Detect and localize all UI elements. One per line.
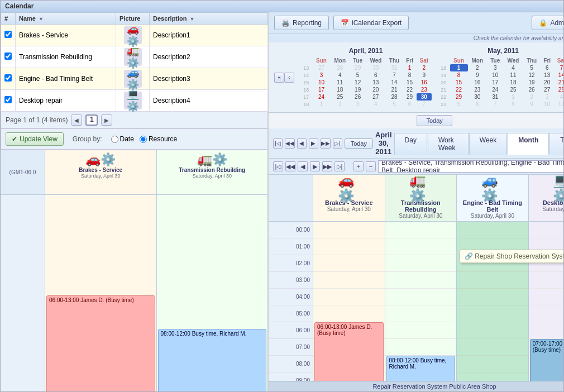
tab-month[interactable]: Month: [508, 133, 549, 155]
calendar-day[interactable]: 27: [366, 93, 385, 101]
groupby-resource-radio[interactable]: [140, 136, 147, 143]
prev-nav[interactable]: ‹: [284, 73, 294, 83]
calendar-day[interactable]: 10: [541, 101, 554, 108]
calendar-day[interactable]: 4: [554, 93, 563, 101]
calendar-day[interactable]: 30: [366, 64, 385, 71]
next-page-btn[interactable]: ▶: [101, 114, 112, 126]
admin-login-btn[interactable]: 🔒 Admin Login: [532, 16, 563, 30]
calendar-day[interactable]: 4: [331, 71, 350, 79]
row-checkbox-cell[interactable]: [1, 90, 16, 112]
calendar-day[interactable]: 7: [487, 101, 503, 108]
calendar-day[interactable]: 22: [403, 86, 417, 93]
row-checkbox-cell[interactable]: [1, 68, 16, 90]
cal-prev-btn[interactable]: ◀: [297, 138, 307, 149]
cal-skip-left-btn[interactable]: |◁: [273, 138, 283, 149]
calendar-day[interactable]: 26: [350, 93, 366, 101]
prev-prev-nav[interactable]: «: [274, 73, 284, 83]
calendar-day[interactable]: 5: [350, 71, 366, 79]
calendar-day[interactable]: 31: [487, 93, 503, 101]
calendar-day[interactable]: 12: [523, 71, 540, 79]
calendar-day[interactable]: 6: [468, 101, 487, 108]
calendar-day[interactable]: 11: [503, 71, 523, 79]
schedule-cell[interactable]: [313, 222, 385, 238]
calendar-day[interactable]: 18: [331, 86, 350, 93]
schedule-cell[interactable]: [313, 255, 385, 272]
today-btn[interactable]: Today: [417, 115, 452, 126]
zoom-out-btn[interactable]: −: [366, 161, 376, 171]
schedule-cell[interactable]: [385, 255, 457, 272]
calendar-day[interactable]: 23: [417, 86, 432, 93]
james-event[interactable]: 06:00-13:00 James D. (Busy time): [46, 295, 155, 391]
calendar-day[interactable]: 2: [523, 93, 540, 101]
schedule-cell[interactable]: [313, 272, 385, 289]
calendar-day[interactable]: 6: [541, 64, 554, 71]
calendar-day[interactable]: 11: [554, 101, 563, 108]
schedule-cell[interactable]: [385, 305, 457, 322]
zoom-prev-btn[interactable]: ◀◀: [285, 161, 295, 171]
schedule-cell[interactable]: [529, 222, 563, 238]
calendar-day[interactable]: 24: [487, 86, 503, 93]
calendar-day[interactable]: 22: [450, 86, 468, 93]
cal-skip-right-btn[interactable]: ▷|: [333, 138, 342, 149]
calendar-day[interactable]: 19: [523, 79, 540, 86]
calendar-day[interactable]: 12: [350, 79, 366, 86]
calendar-day[interactable]: 25: [503, 86, 523, 93]
calendar-day[interactable]: 1: [312, 101, 330, 108]
update-view-btn[interactable]: ✔ Update View: [6, 132, 64, 146]
calendar-day[interactable]: 2: [331, 101, 350, 108]
groupby-resource-option[interactable]: Resource: [140, 135, 177, 143]
resource-selector[interactable]: Brakes - Service, Transmission Rebuildin…: [378, 160, 563, 173]
row-checkbox-cell[interactable]: [1, 46, 16, 68]
calendar-day[interactable]: 28: [554, 86, 563, 93]
calendar-day[interactable]: 7: [385, 71, 403, 79]
schedule-cell[interactable]: [529, 322, 563, 339]
zoom-fwd-btn[interactable]: ▶: [310, 161, 320, 171]
tab-day[interactable]: Day: [394, 133, 427, 155]
prev-page-btn[interactable]: ◀: [71, 114, 82, 126]
james-event[interactable]: 06:00-13:00 James D. (Busy time): [314, 322, 384, 381]
tab-timeline[interactable]: Timeline: [549, 133, 563, 155]
calendar-day[interactable]: 15: [450, 79, 468, 86]
calendar-day[interactable]: 8: [403, 71, 417, 79]
zoom-skip-right-btn[interactable]: ▷|: [334, 161, 345, 171]
calendar-day[interactable]: 5: [385, 101, 403, 108]
calendar-day[interactable]: 26: [523, 86, 540, 93]
calendar-day[interactable]: 30: [468, 93, 487, 101]
icalendar-btn[interactable]: 📅 iCalendar Export: [333, 16, 409, 30]
calendar-day[interactable]: 9: [417, 71, 432, 79]
schedule-cell[interactable]: [529, 289, 563, 305]
calendar-day[interactable]: 28: [331, 64, 350, 71]
calendar-day[interactable]: 7: [554, 64, 563, 71]
calendar-day[interactable]: 8: [503, 101, 523, 108]
schedule-cell[interactable]: [385, 339, 457, 356]
schedule-cell[interactable]: [385, 289, 457, 305]
calendar-day[interactable]: 20: [541, 79, 554, 86]
calendar-day[interactable]: 2: [417, 64, 432, 71]
row-checkbox[interactable]: [4, 96, 12, 103]
schedule-cell[interactable]: [385, 272, 457, 289]
calendar-day[interactable]: 29: [403, 93, 417, 101]
calendar-day[interactable]: 1: [450, 64, 468, 71]
prev-nav-btn[interactable]: « ‹: [274, 47, 294, 108]
calendar-day[interactable]: 13: [366, 79, 385, 86]
calendar-day[interactable]: 5: [523, 64, 540, 71]
zoom-back-btn[interactable]: ◀: [298, 161, 308, 171]
calendar-day[interactable]: 17: [312, 86, 330, 93]
calendar-day[interactable]: 9: [468, 71, 487, 79]
calendar-day[interactable]: 27: [541, 86, 554, 93]
calendar-day[interactable]: 16: [417, 79, 432, 86]
reporting-btn[interactable]: 🖨️ Reporting: [274, 16, 329, 30]
calendar-day[interactable]: 20: [366, 86, 385, 93]
calendar-day[interactable]: 17: [487, 79, 503, 86]
row-checkbox[interactable]: [4, 74, 12, 82]
schedule-cell[interactable]: [385, 238, 457, 255]
schedule-cell[interactable]: [385, 222, 457, 238]
calendar-day[interactable]: 10: [487, 71, 503, 79]
schedule-cell[interactable]: [385, 322, 457, 339]
cal-next-btn[interactable]: ▶: [309, 138, 318, 149]
richard-event[interactable]: 08:00-12:00 Busy time, Richard M.: [386, 356, 456, 381]
calendar-day[interactable]: 1: [403, 64, 417, 71]
calendar-day[interactable]: 16: [468, 79, 487, 86]
calendar-day[interactable]: 15: [403, 79, 417, 86]
zoom-in-btn[interactable]: +: [353, 161, 364, 171]
